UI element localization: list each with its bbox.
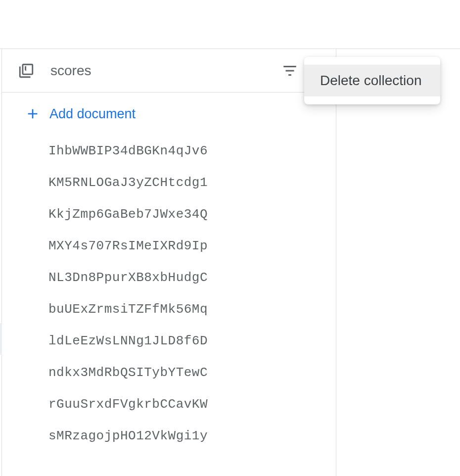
filter-icon[interactable]: [280, 61, 299, 80]
document-item[interactable]: NL3Dn8PpurXB8xbHudgC: [2, 262, 336, 293]
document-item[interactable]: MXY4s707RsIMeIXRd9Ip: [2, 230, 336, 262]
collection-panel: scores Add document IhbWWBIP34dBGKn4qJv6…: [2, 49, 336, 476]
collection-title: scores: [50, 63, 280, 79]
left-panel-highlight: [0, 323, 2, 355]
plus-icon: [24, 105, 42, 123]
document-item[interactable]: IhbWWBIP34dBGKn4qJv6: [2, 135, 336, 167]
context-menu: Delete collection: [304, 57, 440, 104]
document-item[interactable]: rGuuSrxdFVgkrbCCavKW: [2, 388, 336, 420]
main-container: scores Add document IhbWWBIP34dBGKn4qJv6…: [0, 48, 460, 476]
document-item[interactable]: KkjZmp6GaBeb7JWxe34Q: [2, 198, 336, 230]
collection-icon: [17, 61, 36, 80]
document-item[interactable]: ndkx3MdRbQSITybYTewC: [2, 357, 336, 388]
add-document-label: Add document: [49, 106, 136, 122]
document-item[interactable]: buUExZrmsiTZFfMk56Mq: [2, 293, 336, 325]
document-item[interactable]: KM5RNLOGaJ3yZCHtcdg1: [2, 167, 336, 198]
document-item[interactable]: ldLeEzWsLNNg1JLD8f6D: [2, 325, 336, 357]
document-item[interactable]: sMRzagojpHO12VkWgi1y: [2, 420, 336, 452]
add-document-button[interactable]: Add document: [2, 93, 336, 135]
delete-collection-menu-item[interactable]: Delete collection: [304, 65, 440, 96]
left-panel-sliver: [0, 49, 2, 476]
collection-header: scores: [2, 49, 336, 93]
top-spacer: [0, 0, 460, 48]
document-detail-panel: [336, 49, 460, 476]
document-list: IhbWWBIP34dBGKn4qJv6 KM5RNLOGaJ3yZCHtcdg…: [2, 135, 336, 452]
